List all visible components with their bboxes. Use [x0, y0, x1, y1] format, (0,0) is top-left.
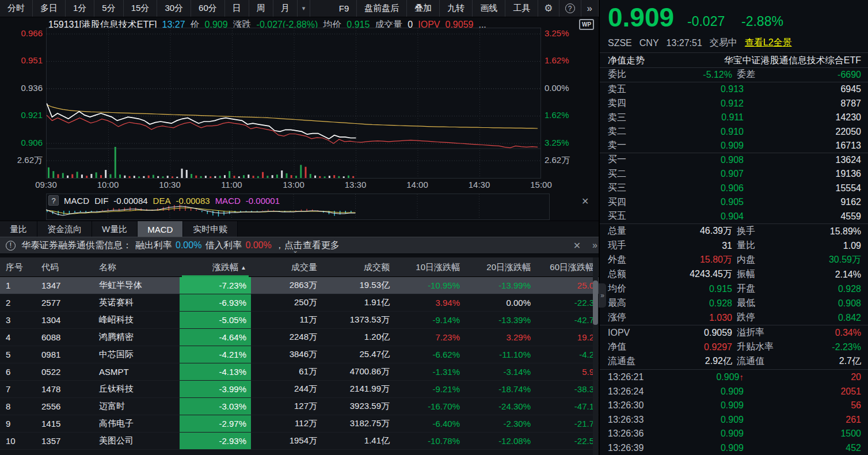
- panel-collapse-handle[interactable]: »: [599, 283, 606, 308]
- table-row[interactable]: 101357美图公司-2.93%1954万1.41亿-10.78%-12.08%…: [0, 433, 599, 450]
- tab-indicator-1[interactable]: 资金流向: [37, 221, 92, 237]
- ask-row[interactable]: 卖一0.90916713: [600, 139, 868, 153]
- toolbar-item-period-7[interactable]: 日: [225, 0, 249, 17]
- toolbar-item-period-2[interactable]: 1分: [66, 0, 94, 17]
- x-axis-time-label: 14:30: [463, 180, 496, 189]
- margin-notice-bar[interactable]: ! 华泰证券融券通供需信息： 融出利率 0.00% 借入利率 0.00% ，点击…: [0, 237, 599, 254]
- table-row[interactable]: 11347华虹半导体-7.23%2863万19.53亿-10.95%-13.99…: [0, 277, 599, 294]
- l2-panorama-link[interactable]: 查看L2全景: [745, 37, 792, 49]
- tab-indicator-2[interactable]: W量比: [92, 221, 138, 237]
- bid-row[interactable]: 买一0.90813624: [600, 153, 868, 168]
- stat-label: 开盘: [732, 283, 807, 295]
- toolbar-item-tool-3[interactable]: 九转: [440, 0, 473, 17]
- cell-name[interactable]: 鸿腾精密: [93, 332, 180, 343]
- settings-gear-icon[interactable]: ⚙: [538, 0, 559, 17]
- help-icon[interactable]: ?: [559, 0, 581, 17]
- column-header-1[interactable]: 代码: [36, 257, 93, 277]
- table-row[interactable]: 46088鸿腾精密-4.64%2248万1.20亿7.23%3.29%19.2: [0, 329, 599, 346]
- column-header-6[interactable]: 10日涨跌幅: [395, 257, 466, 277]
- cell-name[interactable]: 华虹半导体: [93, 280, 180, 291]
- cell-name[interactable]: 峰岹科技: [93, 314, 180, 325]
- cell-10day-change: 7.23%: [395, 332, 466, 342]
- tick-price: 0.909: [663, 443, 744, 453]
- nav-trend-label[interactable]: 净值走势: [608, 55, 645, 67]
- tick-row[interactable]: 13:26:330.909261: [600, 413, 868, 427]
- notice-more-link[interactable]: ，点击查看更多: [275, 240, 340, 252]
- cell-name[interactable]: 丘钛科技: [93, 384, 180, 395]
- tick-row[interactable]: 13:26:210.909↑20: [600, 370, 868, 385]
- table-row[interactable]: 91415高伟电子-2.97%112万3182.75万-6.40%-2.30%-…: [0, 415, 599, 433]
- macd-close-icon[interactable]: ✕: [581, 196, 589, 207]
- bid-row[interactable]: 买二0.90719136: [600, 167, 868, 181]
- cell-name[interactable]: 迈富时: [93, 401, 180, 412]
- toolbar-item-tool-5[interactable]: 工具: [505, 0, 538, 17]
- tick-row[interactable]: 13:26:390.909452: [600, 441, 868, 455]
- table-row[interactable]: 71478丘钛科技-3.99%244万2141.99万-9.21%-18.74%…: [0, 381, 599, 398]
- toolbar-item-period-5[interactable]: 30分: [157, 0, 191, 17]
- stat-label: 振幅: [732, 268, 807, 280]
- stat-value: 1.09: [807, 241, 868, 251]
- more-tools-icon[interactable]: »: [581, 0, 599, 17]
- macd-value-label: MACD: [215, 196, 241, 206]
- cell-change-percent: -4.21%: [180, 346, 251, 363]
- toolbar-item-period-9[interactable]: 月: [273, 0, 298, 17]
- table-row[interactable]: 22577英诺赛科-6.93%250万1.91亿3.94%0.00%-22.3: [0, 294, 599, 312]
- column-header-5[interactable]: 成交额: [323, 257, 395, 277]
- tick-row[interactable]: 13:26:300.90956: [600, 399, 868, 413]
- tick-row[interactable]: 13:26:240.9092051: [600, 385, 868, 399]
- notice-close-icon[interactable]: ✕: [573, 240, 589, 251]
- ask-row[interactable]: 卖二0.91022050: [600, 125, 868, 139]
- tab-indicator-0[interactable]: 量比: [0, 221, 37, 237]
- cell-amount: 1.20亿: [323, 332, 395, 343]
- toolbar-item-tool-1[interactable]: 盘前盘后: [357, 0, 407, 17]
- ask-row[interactable]: 卖三0.91114230: [600, 111, 868, 125]
- bid-row[interactable]: 买五0.9044559: [600, 210, 868, 224]
- ask-row[interactable]: 卖四0.9128787: [600, 97, 868, 111]
- indicator-tabbar: 量比资金流向W量比MACD实时申赎: [0, 221, 599, 237]
- notice-expand-icon[interactable]: »: [592, 240, 599, 251]
- cell-name[interactable]: 高伟电子: [93, 418, 180, 429]
- cell-index: 2: [0, 298, 36, 308]
- stat-value: 15.89%: [807, 226, 868, 237]
- column-header-3[interactable]: 涨跌幅▲: [180, 257, 251, 277]
- table-row[interactable]: 82556迈富时-3.03%127万3923.59万-16.70%-24.30%…: [0, 398, 599, 415]
- column-header-4[interactable]: 成交量: [251, 257, 323, 277]
- column-header-8[interactable]: 60日涨跌幅: [536, 257, 599, 277]
- table-row[interactable]: 60522ASMPT-4.13%61万4700.86万-1.31%-3.14%5…: [0, 363, 599, 381]
- tab-indicator-3[interactable]: MACD: [138, 221, 183, 237]
- cell-name[interactable]: 中芯国际: [93, 349, 180, 360]
- column-header-0[interactable]: 序号: [0, 257, 36, 277]
- period-dropdown-icon[interactable]: ▾: [298, 0, 311, 17]
- toolbar-item-tool-4[interactable]: 画线: [473, 0, 505, 17]
- cell-name[interactable]: 英诺赛科: [93, 297, 180, 308]
- macd-help-icon[interactable]: ?: [48, 195, 59, 206]
- divider: [600, 52, 868, 53]
- cell-name[interactable]: 美图公司: [93, 435, 180, 446]
- toolbar-item-period-4[interactable]: 15分: [124, 0, 158, 17]
- table-row[interactable]: 50981中芯国际-4.21%3846万25.47亿-6.62%-11.10%-…: [0, 346, 599, 363]
- splitter-collapse-icon[interactable]: ⌄: [292, 247, 298, 254]
- toolbar-item-period-8[interactable]: 周: [249, 0, 273, 17]
- toolbar-item-period-3[interactable]: 5分: [94, 0, 123, 17]
- nav-row[interactable]: 净值走势 华宝中证港股通信息技术综合ETF: [600, 54, 868, 67]
- tab-indicator-4[interactable]: 实时申赎: [183, 221, 238, 237]
- table-row[interactable]: 31304峰岹科技-5.05%11万1373.53万-9.14%-13.39%-…: [0, 312, 599, 329]
- intraday-chart[interactable]: [46, 28, 541, 179]
- ask-row[interactable]: 卖五0.9136945: [600, 82, 868, 97]
- cell-amount: 1373.53万: [323, 314, 395, 325]
- book-price: 0.912: [652, 98, 744, 109]
- time-and-sales[interactable]: 13:26:210.909↑2013:26:240.909205113:26:3…: [600, 370, 868, 455]
- toolbar-item-period-1[interactable]: 多日: [33, 0, 66, 17]
- bid-row[interactable]: 买四0.9059162: [600, 195, 868, 210]
- cell-60day-change: -22.5: [536, 436, 599, 446]
- toolbar-item-tool-2[interactable]: 叠加: [407, 0, 440, 17]
- column-header-2[interactable]: 名称: [93, 257, 180, 277]
- toolbar-item-period-6[interactable]: 60分: [191, 0, 225, 17]
- cell-name[interactable]: ASMPT: [93, 367, 180, 377]
- bid-row[interactable]: 买三0.90615554: [600, 181, 868, 196]
- table-scrollbar-thumb[interactable]: [593, 280, 598, 325]
- toolbar-item-period-0[interactable]: 分时: [0, 0, 33, 17]
- tick-row[interactable]: 13:26:360.9091500: [600, 427, 868, 441]
- column-header-7[interactable]: 20日涨跌幅: [466, 257, 536, 277]
- toolbar-item-tool-0[interactable]: F9: [332, 0, 357, 17]
